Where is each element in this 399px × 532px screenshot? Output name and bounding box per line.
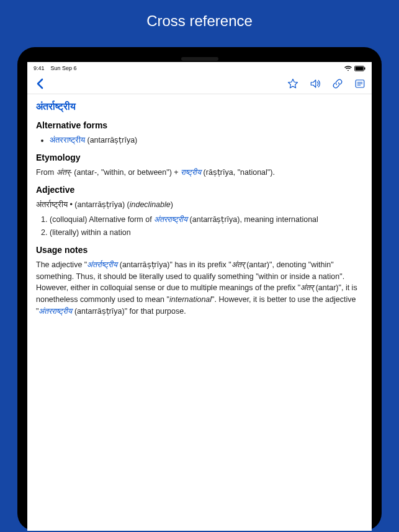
u-t1: The adjective " [36,260,87,269]
sense-link[interactable]: अंतरराष्ट्रीय [154,215,187,224]
link-icon[interactable] [332,78,343,89]
adj-close: ) [171,200,173,209]
status-date: Sun Sep 6 [51,65,77,71]
adjective-heading: Adjective [36,184,363,197]
svg-rect-1 [356,66,364,70]
notch-bar [27,57,372,61]
svg-rect-2 [364,67,365,69]
etym-root1-gloss: (antar-, "within, or between") + [72,168,181,177]
battery-icon [354,66,365,71]
headword: अंतर्राष्ट्रीय [36,99,363,114]
etym-root1: अंतर्- [56,168,72,177]
back-button[interactable] [34,78,47,90]
speaker-icon[interactable] [310,78,321,89]
toolbar-actions [287,78,365,89]
u-i1: अंतर् [231,260,244,269]
sense-post: (antarrāṣṭrīya), meaning international [187,215,318,224]
notch [181,57,218,61]
etymology-text: From अंतर्- (antar-, "within, or between… [36,167,363,179]
adjective-headline: अंतर्राष्ट्रीय • (antarrāṣṭrīya) (indecl… [36,199,363,211]
content-area[interactable]: अंतर्राष्ट्रीय Alternative forms अंतरराष… [27,94,372,531]
status-time: 9:41 [34,65,45,71]
list-item: (colloquial) Alternative form of अंतरराष… [50,214,363,226]
tablet-frame: 9:41 Sun Sep 6 [17,47,382,531]
list-item: (literally) within a nation [50,227,363,239]
u-t6: (antarrāṣṭrīya)" for that purpose. [72,307,186,316]
altform-roman: (antarrāṣṭrīya) [85,136,137,144]
altform-link[interactable]: अंतरराष्ट्रीय [50,136,85,144]
sense-pre: (colloquial) Alternative form of [50,215,154,224]
senses-list: (colloquial) Alternative form of अंतरराष… [50,214,363,239]
status-bar: 9:41 Sun Sep 6 [27,62,372,73]
adj-indecl: indeclinable [130,200,171,209]
note-icon[interactable] [354,78,365,89]
adj-word: अंतर्राष्ट्रीय [36,200,68,209]
sense-pre: (literally) within a nation [50,228,131,237]
list-item: अंतरराष्ट्रीय (antarrāṣṭrīya) [50,135,363,146]
toolbar [27,73,372,94]
status-left: 9:41 Sun Sep 6 [34,65,77,71]
star-icon[interactable] [287,78,298,89]
etym-prefix: From [36,168,56,177]
u-t2: (antarrāṣṭrīya)" has in its prefix " [117,260,231,269]
u-link2[interactable]: अंतरराष्ट्रीय [38,307,72,316]
page-title: Cross reference [0,0,399,47]
u-i2: अंतर् [300,283,313,292]
wifi-icon [344,66,352,71]
altforms-heading: Alternative forms [36,119,363,132]
u-link1[interactable]: अंतर्राष्ट्रीय [87,260,117,269]
etymology-heading: Etymology [36,151,363,164]
altforms-list: अंतरराष्ट्रीय (antarrāṣṭrīya) [50,135,363,146]
etym-root2-link[interactable]: राष्ट्रीय [181,168,201,177]
screen: 9:41 Sun Sep 6 [27,62,372,531]
usage-text: The adjective "अंतर्राष्ट्रीय (antarrāṣṭ… [36,259,363,317]
etym-root2-gloss: (rāṣṭrīya, "national"). [201,168,275,177]
usage-heading: Usage notes [36,244,363,257]
adj-rest: • (antarrāṣṭrīya) ( [68,200,130,209]
u-i3: international [169,295,212,304]
status-right [344,66,365,71]
